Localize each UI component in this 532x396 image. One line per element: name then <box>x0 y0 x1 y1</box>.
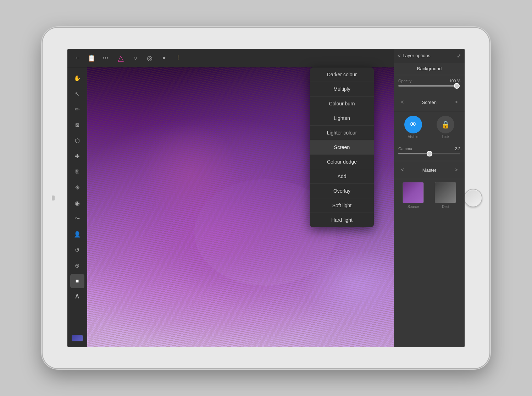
lock-btn[interactable]: 🔒 <box>437 116 454 133</box>
panel-header-left: < Layer options <box>398 53 430 59</box>
opacity-label: Opacity <box>398 79 411 83</box>
master-value[interactable]: Master <box>422 167 437 173</box>
back-icon: ← <box>74 54 81 62</box>
document-icon: 📋 <box>88 54 95 62</box>
source-thumbnail[interactable] <box>403 182 424 203</box>
thumbnails-section: Source Dest <box>394 179 465 211</box>
warning-btn[interactable]: ! <box>172 52 184 65</box>
liquify-tool-btn[interactable]: 〜 <box>70 211 84 226</box>
master-next-btn[interactable]: > <box>452 167 460 173</box>
blend-option-colour-dodge[interactable]: Colour dodge <box>310 154 374 169</box>
ipad-frame: ← 📋 ••• △ ○ ◎ ✦ ! ✋ <box>43 28 489 368</box>
blend-option-screen[interactable]: Screen <box>310 140 374 154</box>
circle-icon: ◎ <box>147 54 153 62</box>
blend-option-overlay[interactable]: Overlay <box>310 183 374 198</box>
dest-thumbnail-container: Dest <box>435 182 456 209</box>
home-button[interactable] <box>464 189 482 207</box>
lock-label: Lock <box>442 135 449 139</box>
person-icon: 👤 <box>74 231 81 238</box>
clone-tool-btn[interactable]: ⎘ <box>70 165 84 179</box>
opacity-section: Opacity 100 % <box>394 75 465 93</box>
left-toolbar: ✋ ↖ ✏ ⊠ ⬡ ✚ ⎘ ☀ ◉ <box>67 67 87 347</box>
layer-name-text: Background <box>417 66 442 71</box>
healing-icon: ✚ <box>75 153 79 160</box>
brush-tool-btn[interactable]: ✏ <box>70 102 84 116</box>
circle-select-btn[interactable]: ◎ <box>143 52 156 65</box>
blend-option-colour-burn[interactable]: Colour burn <box>310 96 374 111</box>
selection-tool-btn[interactable]: ○ <box>129 52 142 65</box>
blend-mode-next-btn[interactable]: > <box>452 99 460 105</box>
target-btn[interactable]: ✦ <box>157 52 170 65</box>
clone-icon: ⎘ <box>76 169 79 175</box>
color-swatch[interactable] <box>72 335 83 341</box>
panel-title: Layer options <box>403 53 430 58</box>
blend-mode-value[interactable]: Screen <box>422 100 437 105</box>
blend-option-darker-colour[interactable]: Darker colour <box>310 67 374 82</box>
blend-mode-row: < Screen > <box>398 97 460 108</box>
lock-btn-container: 🔒 Lock <box>437 116 454 139</box>
burn-tool-btn[interactable]: ◉ <box>70 196 84 210</box>
more-button[interactable]: ••• <box>99 52 112 65</box>
crop-icon: ⊠ <box>75 122 79 128</box>
healing-tool-btn[interactable]: ✚ <box>70 149 84 163</box>
panel-expand-btn[interactable]: ⤢ <box>457 53 461 59</box>
blend-mode-section: < Screen > <box>394 93 465 111</box>
gamma-slider-thumb[interactable] <box>427 151 432 156</box>
side-button[interactable] <box>52 196 55 200</box>
fill-tool-btn[interactable]: ⬡ <box>70 133 84 148</box>
blend-option-lighten[interactable]: Lighten <box>310 111 374 125</box>
eyedropper-btn[interactable]: ⊕ <box>70 258 84 273</box>
history-tool-btn[interactable]: ↺ <box>70 243 84 257</box>
source-label: Source <box>408 205 419 209</box>
grass-overlay <box>87 67 445 347</box>
blend-option-lighter-colour[interactable]: Lighter colour <box>310 125 374 140</box>
hand-tool-btn[interactable]: ✋ <box>70 71 84 85</box>
fill-icon: ⬡ <box>75 137 80 144</box>
gamma-slider-track[interactable] <box>398 153 460 154</box>
opacity-slider-track[interactable] <box>398 85 460 87</box>
burn-icon: ◉ <box>75 200 80 207</box>
dodge-tool-btn[interactable]: ☀ <box>70 180 84 194</box>
gamma-slider-fill <box>398 153 430 154</box>
blend-option-add[interactable]: Add <box>310 169 374 183</box>
back-button[interactable]: ← <box>71 52 84 65</box>
shape-tool-btn[interactable]: ■ <box>70 274 84 288</box>
blend-option-hard-light[interactable]: Hard light <box>310 213 374 227</box>
blend-mode-prev-btn[interactable]: < <box>398 99 407 105</box>
select-tool-btn[interactable]: ↖ <box>70 87 84 101</box>
panel-header: < Layer options ⤢ <box>394 49 465 62</box>
blend-option-multiply[interactable]: Multiply <box>310 82 374 96</box>
more-icon: ••• <box>103 56 109 61</box>
document-button[interactable]: 📋 <box>85 52 98 65</box>
shape-icon: ■ <box>76 278 79 284</box>
screen: ← 📋 ••• △ ○ ◎ ✦ ! ✋ <box>67 49 465 347</box>
dest-thumbnail[interactable] <box>435 182 456 203</box>
visible-btn-container: 👁 Visible <box>404 116 422 139</box>
warning-icon: ! <box>177 54 179 62</box>
brush-icon: ✏ <box>75 106 79 113</box>
visible-label: Visible <box>408 135 418 139</box>
selection-icon: ○ <box>134 54 138 62</box>
opacity-slider-thumb[interactable] <box>454 83 460 89</box>
opacity-row: Opacity 100 % <box>398 79 460 83</box>
lock-icon: 🔒 <box>441 120 450 129</box>
blend-option-soft-light[interactable]: Soft light <box>310 198 374 213</box>
gamma-label: Gamma <box>398 147 412 151</box>
dest-label: Dest <box>442 205 449 209</box>
person-tool-btn[interactable]: 👤 <box>70 227 84 241</box>
panel-back-btn[interactable]: < <box>398 53 400 59</box>
canvas-area <box>87 67 445 347</box>
crop-tool-btn[interactable]: ⊠ <box>70 118 84 132</box>
gamma-row: Gamma 2.2 <box>398 147 460 151</box>
text-tool-btn[interactable]: A <box>70 290 84 304</box>
blend-mode-dropdown[interactable]: Darker colour Multiply Colour burn Light… <box>310 67 374 227</box>
gamma-section: Gamma 2.2 <box>394 143 465 161</box>
master-prev-btn[interactable]: < <box>398 167 407 173</box>
text-icon: A <box>75 293 79 300</box>
history-icon: ↺ <box>75 247 79 253</box>
target-icon: ✦ <box>161 54 167 62</box>
arrow-icon: ↖ <box>75 90 79 97</box>
gamma-value: 2.2 <box>455 147 460 151</box>
visible-btn[interactable]: 👁 <box>404 116 422 133</box>
layer-name-section: Background <box>394 62 465 75</box>
